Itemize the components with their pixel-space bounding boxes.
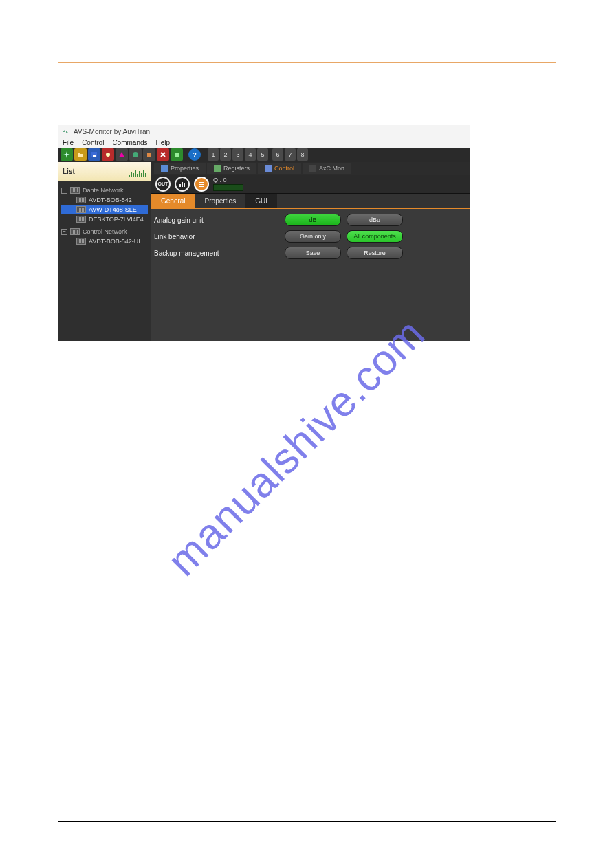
page-num-3[interactable]: 3 (232, 148, 243, 161)
chart-button[interactable] (175, 177, 190, 192)
network-icon (70, 228, 80, 235)
sidebar-header: List (58, 162, 151, 181)
tree-item-label: AVW-DT4o8-SLE (89, 206, 137, 213)
svg-point-2 (106, 153, 110, 157)
device-icon (76, 216, 86, 223)
setting-label: Link behavior (151, 233, 285, 241)
window-title: AVS-Monitor by AuviTran (74, 128, 150, 135)
out-button[interactable]: OUT (155, 177, 171, 192)
tree-group-dante: − Dante Network AVDT-BOB-542 AVW-DT4o8-S… (61, 186, 148, 224)
setting-label: Analog gain unit (151, 216, 285, 224)
list-icon (197, 180, 206, 188)
tab-properties[interactable]: Properties (154, 163, 206, 174)
main-panel: Properties Registers Control AxC Mon OUT (151, 162, 470, 341)
page-num-8[interactable]: 8 (297, 148, 308, 161)
svg-rect-9 (199, 182, 204, 183)
subtab-gui[interactable]: GUI (245, 194, 277, 208)
toolbar-btn-5[interactable] (116, 148, 128, 161)
tree-item-avdt-bob-542-ui[interactable]: AVDT-BOB-542-UI (61, 236, 148, 246)
page-num-1[interactable]: 1 (208, 148, 219, 161)
toolbar-help-icon[interactable]: ? (188, 148, 201, 161)
tab-control[interactable]: Control (258, 163, 301, 174)
q-label: Q : 0 (213, 177, 243, 183)
menu-file[interactable]: File (63, 139, 74, 146)
top-tabbar: Properties Registers Control AxC Mon (151, 162, 470, 175)
toolbar-open-icon[interactable] (74, 148, 87, 161)
device-icon (76, 238, 86, 245)
svg-rect-1 (93, 155, 96, 157)
tree-group-control: − Control Network AVDT-BOB-542-UI (61, 227, 148, 246)
toolbar-save-icon[interactable] (88, 148, 100, 161)
page-num-6[interactable]: 6 (272, 148, 283, 161)
toolbar-btn-7[interactable] (143, 148, 155, 161)
menu-bar: File Control Commands Help (58, 137, 470, 148)
menu-commands[interactable]: Commands (112, 139, 147, 146)
setting-link-behavior: Link behavior Gain only All components (151, 228, 470, 245)
registers-icon (214, 165, 221, 172)
main-toolbar: ? 1 2 3 4 5 6 7 8 (58, 148, 470, 162)
tree-item-desktop[interactable]: DESKTOP-7LVI4E4 (61, 214, 148, 224)
sub-tabbar: General Properties GUI (151, 194, 470, 209)
page-num-5[interactable]: 5 (257, 148, 268, 161)
restore-button[interactable]: Restore (347, 247, 403, 259)
axcmon-icon (309, 165, 316, 172)
option-dbu[interactable]: dBu (347, 214, 403, 226)
q-meter (213, 184, 243, 191)
window-titlebar: AVS-Monitor by AuviTran (58, 125, 470, 137)
list-button[interactable] (194, 177, 209, 192)
subtab-general[interactable]: General (151, 194, 195, 208)
sidebar: List − Dante Network AVDT-BOB-5 (58, 162, 151, 341)
svg-rect-5 (175, 153, 179, 157)
collapse-icon[interactable]: − (61, 229, 67, 235)
tree-item-avw-dt4o8[interactable]: AVW-DT4o8-SLE (61, 205, 148, 214)
out-row: OUT Q : 0 (151, 175, 470, 194)
device-tree: − Dante Network AVDT-BOB-542 AVW-DT4o8-S… (58, 181, 151, 253)
menu-control[interactable]: Control (82, 139, 104, 146)
collapse-icon[interactable]: − (61, 188, 67, 194)
option-db[interactable]: dB (285, 214, 341, 226)
page-top-rule (58, 62, 556, 63)
properties-icon (161, 165, 168, 172)
toolbar-btn-9[interactable] (171, 148, 183, 161)
settings-panel: Analog gain unit dB dBu Link behavior Ga… (151, 209, 470, 261)
tree-group-control-title[interactable]: − Control Network (61, 227, 148, 236)
toolbar-btn-1[interactable] (61, 148, 73, 161)
workspace: List − Dante Network AVDT-BOB-5 (58, 162, 470, 341)
tree-item-label: AVDT-BOB-542-UI (89, 238, 140, 245)
tree-item-label: DESKTOP-7LVI4E4 (89, 216, 144, 223)
toolbar-btn-4[interactable] (102, 148, 114, 161)
sidebar-spark-icon (79, 166, 146, 177)
toolbar-close-icon[interactable] (157, 148, 169, 161)
tree-group-dante-title[interactable]: − Dante Network (61, 186, 148, 195)
tab-label: Properties (171, 165, 199, 172)
tab-label: Registers (223, 165, 250, 172)
setting-backup: Backup management Save Restore (151, 245, 470, 261)
app-window: AVS-Monitor by AuviTran File Control Com… (58, 125, 470, 341)
tree-item-label: AVDT-BOB-542 (89, 197, 132, 203)
setting-label: Backup management (151, 249, 285, 257)
tab-axcmon[interactable]: AxC Mon (303, 163, 351, 174)
tab-label: Control (274, 165, 294, 172)
option-gain-only[interactable]: Gain only (285, 230, 341, 243)
page-num-2[interactable]: 2 (220, 148, 231, 161)
tab-registers[interactable]: Registers (207, 163, 256, 174)
page-num-4[interactable]: 4 (245, 148, 256, 161)
bars-icon (178, 180, 186, 188)
device-icon (76, 197, 86, 203)
tree-group-control-label: Control Network (83, 228, 127, 235)
sidebar-title: List (63, 168, 75, 175)
device-icon (76, 206, 86, 213)
save-button[interactable]: Save (285, 247, 341, 259)
tab-label: AxC Mon (319, 165, 344, 172)
svg-rect-10 (199, 184, 204, 185)
page-num-7[interactable]: 7 (285, 148, 296, 161)
menu-help[interactable]: Help (156, 139, 171, 146)
svg-rect-8 (184, 183, 185, 187)
option-all-components[interactable]: All components (347, 230, 403, 243)
subtab-properties[interactable]: Properties (195, 194, 246, 208)
toolbar-btn-6[interactable] (129, 148, 142, 161)
tree-item-avdt-bob-542[interactable]: AVDT-BOB-542 (61, 195, 148, 205)
svg-rect-4 (147, 153, 151, 157)
page-bottom-rule (58, 821, 556, 822)
svg-point-3 (133, 152, 138, 157)
